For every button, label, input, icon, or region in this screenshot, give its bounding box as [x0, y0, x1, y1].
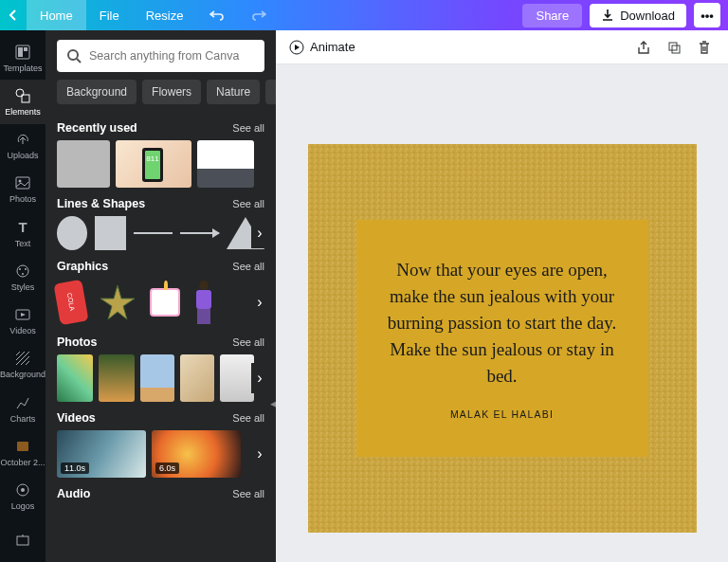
see-all-link[interactable]: See all: [232, 412, 264, 424]
photo-thumb[interactable]: [180, 354, 214, 402]
rail-more[interactable]: [0, 518, 46, 562]
background-icon: [14, 350, 31, 367]
svg-rect-2: [24, 47, 27, 51]
download-button[interactable]: Download: [590, 4, 686, 27]
search-input[interactable]: [89, 49, 255, 63]
folder-icon: [14, 438, 31, 455]
menu-home[interactable]: Home: [27, 0, 86, 30]
animate-label: Animate: [310, 40, 355, 54]
photo-thumb[interactable]: [57, 354, 93, 402]
recent-thumb[interactable]: 811: [116, 140, 191, 188]
graphic-soda-can[interactable]: COLA: [53, 280, 88, 326]
templates-icon: [14, 44, 31, 61]
menu-resize[interactable]: Resize: [133, 0, 197, 30]
menu-file[interactable]: File: [86, 0, 133, 30]
shape-arrow[interactable]: [180, 232, 219, 234]
suggestion-chips: Background Flowers Nature Pastel l: [46, 80, 276, 112]
undo-button[interactable]: [196, 0, 238, 30]
chip-background[interactable]: Background: [57, 80, 136, 104]
rail-label: Videos: [9, 326, 35, 335]
rail-styles[interactable]: Styles: [0, 255, 46, 299]
canvas-area: Animate Now that your eyes are open, mak…: [276, 30, 728, 562]
video-thumb[interactable]: 6.0s: [152, 430, 241, 478]
scroll-right-button[interactable]: ›: [251, 218, 268, 248]
quote-card[interactable]: Now that your eyes are open, make the su…: [356, 220, 648, 457]
download-icon: [601, 9, 614, 22]
text-icon: T: [14, 219, 31, 236]
svg-point-7: [17, 265, 28, 277]
styles-icon: [14, 263, 31, 280]
rail-charts[interactable]: Charts: [0, 387, 46, 430]
more-menu-button[interactable]: •••: [694, 3, 720, 27]
see-all-link[interactable]: See all: [232, 261, 264, 272]
photo-thumb[interactable]: [140, 354, 174, 402]
graphic-candle[interactable]: [150, 288, 180, 317]
rail-label: Styles: [11, 282, 35, 292]
left-nav-rail: Templates Elements Uploads Photos TText …: [0, 30, 46, 562]
share-button[interactable]: Share: [522, 4, 582, 27]
scroll-right-button[interactable]: ›: [251, 287, 268, 317]
search-bar[interactable]: [57, 40, 264, 72]
author-text[interactable]: MALAK EL HALABI: [450, 408, 554, 420]
photos-icon: [14, 174, 31, 191]
section-graphics: GraphicsSee all COLA ›: [57, 260, 264, 326]
photo-thumb[interactable]: [99, 354, 135, 402]
shape-line[interactable]: [134, 232, 173, 234]
animate-icon: [289, 40, 304, 55]
rail-label: Photos: [9, 194, 36, 204]
svg-point-9: [25, 268, 27, 270]
see-all-link[interactable]: See all: [232, 488, 264, 499]
section-photos: PhotosSee all ›: [57, 335, 264, 402]
see-all-link[interactable]: See all: [232, 198, 264, 209]
svg-rect-15: [17, 536, 28, 545]
video-thumb[interactable]: 11.0s: [57, 430, 146, 478]
section-title: Videos: [57, 411, 96, 425]
rail-label: Background: [0, 370, 46, 379]
shape-circle[interactable]: [57, 216, 87, 250]
section-recently-used: Recently usedSee all 811: [57, 121, 264, 188]
rail-label: Text: [15, 239, 31, 248]
rail-background[interactable]: Background: [0, 343, 46, 387]
rail-photos[interactable]: Photos: [0, 168, 46, 211]
rail-templates[interactable]: Templates: [0, 36, 46, 80]
duplicate-page-button[interactable]: [664, 37, 684, 58]
rail-uploads[interactable]: Uploads: [0, 124, 46, 168]
more-icon: [14, 532, 31, 549]
svg-point-16: [68, 50, 78, 60]
rail-videos[interactable]: Videos: [0, 299, 46, 343]
design-canvas[interactable]: Now that your eyes are open, make the su…: [308, 144, 697, 533]
rail-label: Uploads: [7, 151, 38, 160]
rail-elements[interactable]: Elements: [0, 80, 46, 123]
photo-thumb[interactable]: [220, 354, 254, 402]
rail-label: October 2...: [0, 458, 45, 467]
rail-folder[interactable]: October 2...: [0, 430, 46, 474]
rail-logos[interactable]: Logos: [0, 475, 46, 518]
chip-pastel[interactable]: Pastel l: [265, 80, 276, 104]
shape-square[interactable]: [95, 216, 125, 250]
scroll-right-button[interactable]: ›: [251, 439, 268, 469]
export-page-button[interactable]: [633, 37, 654, 58]
see-all-link[interactable]: See all: [232, 122, 264, 134]
videos-icon: [14, 306, 31, 323]
recent-thumb[interactable]: [57, 140, 110, 188]
svg-point-8: [19, 268, 21, 270]
elements-icon: [14, 87, 31, 104]
graphic-person[interactable]: [193, 281, 214, 324]
animate-button[interactable]: Animate: [289, 40, 355, 55]
delete-page-button[interactable]: [694, 37, 715, 58]
logos-icon: [14, 481, 31, 499]
graphic-star[interactable]: [99, 283, 136, 321]
back-button[interactable]: [0, 9, 27, 22]
charts-icon: [14, 394, 31, 411]
recent-thumb[interactable]: [197, 140, 254, 188]
redo-button[interactable]: [238, 0, 280, 30]
see-all-link[interactable]: See all: [232, 336, 264, 348]
svg-rect-4: [22, 95, 29, 102]
rail-text[interactable]: TText: [0, 211, 46, 255]
scroll-right-button[interactable]: ›: [251, 363, 268, 393]
quote-text[interactable]: Now that your eyes are open, make the su…: [381, 257, 624, 390]
uploads-icon: [14, 131, 31, 148]
chip-nature[interactable]: Nature: [207, 80, 260, 104]
chip-flowers[interactable]: Flowers: [142, 80, 201, 104]
section-audio: AudioSee all: [57, 487, 264, 500]
